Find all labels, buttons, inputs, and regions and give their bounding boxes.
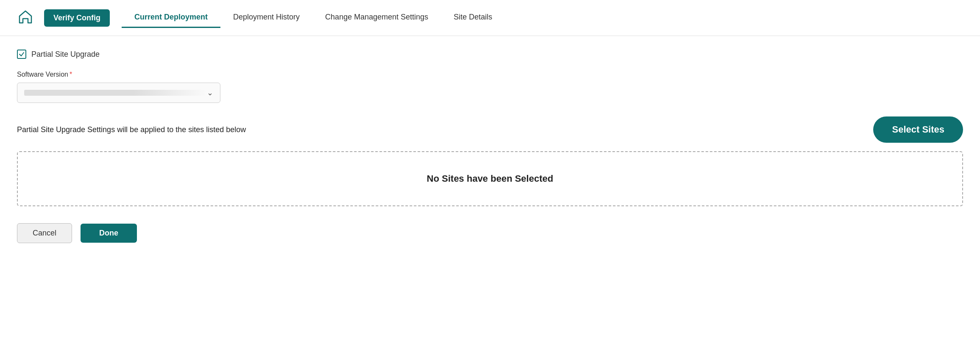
sites-row: Partial Site Upgrade Settings will be ap… — [17, 116, 963, 143]
software-version-select[interactable]: ⌄ — [17, 83, 220, 103]
sites-empty-box: No Sites have been Selected — [17, 151, 963, 206]
done-button[interactable]: Done — [81, 224, 137, 243]
tab-change-management-settings[interactable]: Change Management Settings — [312, 8, 441, 28]
footer-buttons: Cancel Done — [17, 223, 963, 243]
sites-description: Partial Site Upgrade Settings will be ap… — [17, 125, 246, 134]
partial-upgrade-checkbox[interactable] — [17, 50, 26, 59]
select-sites-button[interactable]: Select Sites — [873, 116, 963, 143]
tab-site-details[interactable]: Site Details — [441, 8, 505, 28]
partial-upgrade-label: Partial Site Upgrade — [31, 50, 100, 59]
home-icon[interactable] — [17, 8, 34, 27]
partial-upgrade-row: Partial Site Upgrade — [17, 50, 963, 59]
software-version-placeholder — [24, 90, 207, 96]
nav-tabs: Current Deployment Deployment History Ch… — [122, 8, 505, 28]
header: Verify Config Current Deployment Deploym… — [0, 0, 980, 36]
required-indicator: * — [70, 71, 72, 78]
chevron-down-icon: ⌄ — [207, 88, 213, 97]
no-sites-text: No Sites have been Selected — [427, 173, 553, 184]
software-version-label: Software Version* — [17, 71, 963, 78]
cancel-button[interactable]: Cancel — [17, 223, 72, 243]
tab-current-deployment[interactable]: Current Deployment — [122, 8, 220, 28]
verify-config-button[interactable]: Verify Config — [44, 9, 110, 27]
tab-deployment-history[interactable]: Deployment History — [220, 8, 312, 28]
software-version-section: Software Version* ⌄ — [17, 71, 963, 103]
main-content: Partial Site Upgrade Software Version* ⌄… — [0, 36, 980, 257]
